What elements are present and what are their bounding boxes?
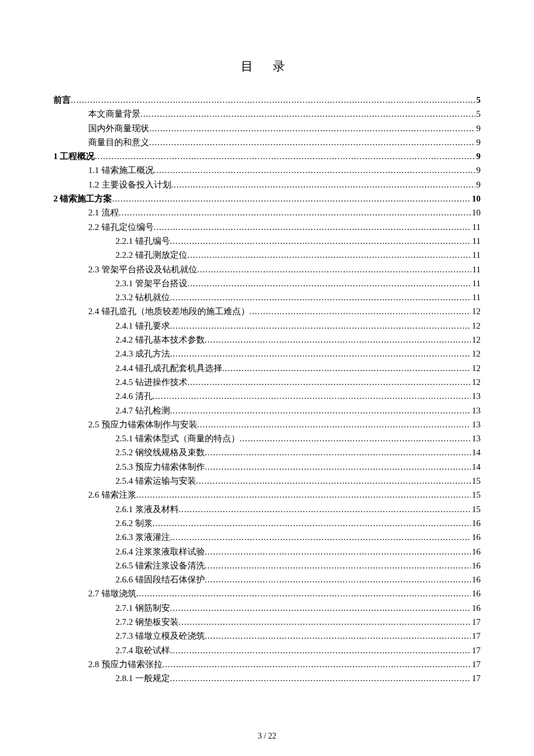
toc-page: 11: [471, 290, 481, 304]
toc-page: 16: [471, 601, 481, 615]
toc-leader: [170, 290, 471, 304]
toc-label: 2.7.2 钢垫板安装: [116, 615, 179, 629]
toc-leader: [171, 178, 475, 192]
toc-label: 本文商量背景: [88, 107, 140, 121]
toc-row: 商量目的和意义9: [53, 135, 481, 149]
toc-row: 2.4.2 锚孔基本技术参数12: [53, 333, 481, 347]
toc-label: 2.4.4 锚孔成孔配套机具选择: [116, 361, 222, 375]
toc-page: 17: [471, 615, 481, 629]
toc-page: 16: [471, 573, 481, 586]
toc-page: 16: [471, 586, 481, 600]
toc-label: 1.1 锚索施工概况: [88, 163, 154, 177]
toc-row: 2.6.3 浆液灌注16: [53, 530, 481, 544]
toc-row: 2.4.7 钻孔检测13: [53, 404, 481, 417]
toc-row: 2.6 锚索注浆15: [53, 488, 481, 502]
toc-page: 9: [475, 121, 481, 135]
toc-leader: [170, 319, 471, 333]
toc-leader: [205, 460, 471, 474]
toc-row: 2.5.2 钢绞线规格及束数14: [53, 445, 481, 459]
toc-label: 2.7 锚墩浇筑: [88, 586, 136, 600]
toc-leader: [170, 643, 471, 657]
toc-page: 13: [471, 404, 481, 417]
toc-container: 前言5本文商量背景5国内外商量现状9商量目的和意义91 工程概况91.1 锚索施…: [53, 93, 481, 685]
toc-page: 13: [471, 389, 481, 403]
toc-label: 2.4.7 钻孔检测: [116, 404, 170, 417]
page-footer: 3 / 22: [53, 732, 481, 741]
toc-page: 11: [471, 248, 481, 262]
toc-row: 2.4.6 清孔13: [53, 389, 481, 403]
toc-page: 15: [471, 488, 481, 502]
toc-row: 2.6.6 锚固段结石体保护16: [53, 573, 481, 586]
toc-leader: [240, 431, 471, 445]
toc-row: 2.6.2 制浆16: [53, 516, 481, 530]
toc-row: 2.6.4 注浆浆液取样试验16: [53, 545, 481, 559]
toc-page: 11: [471, 262, 481, 276]
toc-label: 2.5.4 锚索运输与安装: [116, 474, 196, 488]
toc-row: 2.6.1 浆液及材料15: [53, 502, 481, 516]
toc-label: 2.5.2 钢绞线规格及束数: [116, 445, 205, 459]
toc-label: 2.8.1 一般规定: [116, 671, 170, 685]
toc-label: 2.6.5 锚索注浆设备清洗: [116, 559, 205, 573]
toc-row: 2.4.1 锚孔要求12: [53, 319, 481, 333]
toc-label: 2.7.3 锚墩立模及砼浇筑: [116, 629, 205, 643]
toc-label: 2 锚索施工方案: [53, 192, 112, 206]
toc-leader: [197, 262, 471, 276]
toc-page: 5: [475, 93, 481, 107]
toc-leader: [154, 163, 475, 177]
toc-page: 10: [471, 206, 481, 219]
toc-leader: [170, 347, 471, 361]
toc-leader: [170, 671, 471, 685]
toc-row: 2.5 预应力锚索体制作与安装13: [53, 417, 481, 431]
toc-row: 前言5: [53, 93, 481, 107]
toc-page: 17: [471, 643, 481, 657]
toc-page: 9: [475, 163, 481, 177]
toc-leader: [205, 629, 471, 643]
toc-leader: [71, 93, 475, 107]
toc-leader: [154, 220, 471, 234]
toc-label: 前言: [53, 93, 71, 107]
toc-label: 2.6.2 制浆: [116, 516, 153, 530]
toc-row: 国内外商量现状9: [53, 121, 481, 135]
toc-page: 11: [471, 220, 481, 234]
toc-label: 2.5.1 锚索体型式（商量的特点）: [116, 431, 240, 445]
page-title: 目 录: [53, 58, 481, 74]
toc-leader: [140, 107, 475, 121]
toc-leader: [163, 657, 471, 671]
toc-row: 1.1 锚索施工概况9: [53, 163, 481, 177]
toc-label: 2.5.3 预应力锚索体制作: [116, 460, 205, 474]
toc-label: 2.4.1 锚孔要求: [116, 319, 170, 333]
toc-row: 2.5.3 预应力锚索体制作14: [53, 460, 481, 474]
toc-page: 16: [471, 559, 481, 573]
toc-page: 12: [471, 361, 481, 375]
toc-page: 5: [475, 107, 481, 121]
toc-page: 13: [471, 431, 481, 445]
toc-row: 2.8.1 一般规定17: [53, 671, 481, 685]
toc-row: 2.1 流程10: [53, 206, 481, 219]
toc-leader: [197, 417, 471, 431]
toc-leader: [205, 573, 471, 586]
toc-leader: [153, 389, 471, 403]
toc-label: 2.7.4 取砼试样: [116, 643, 170, 657]
toc-page: 9: [475, 135, 481, 149]
toc-leader: [153, 516, 471, 530]
toc-row: 2.7.4 取砼试样17: [53, 643, 481, 657]
toc-page: 14: [471, 460, 481, 474]
toc-row: 2.3.1 管架平台搭设11: [53, 276, 481, 290]
toc-label: 2.6.4 注浆浆液取样试验: [116, 545, 205, 559]
toc-leader: [205, 333, 471, 347]
toc-page: 9: [475, 178, 481, 192]
toc-page: 12: [471, 319, 481, 333]
toc-page: 15: [471, 502, 481, 516]
toc-label: 2.2 锚孔定位编号: [88, 220, 154, 234]
toc-leader: [179, 615, 471, 629]
toc-page: 16: [471, 516, 481, 530]
toc-page: 12: [471, 304, 481, 318]
toc-leader: [187, 276, 471, 290]
toc-label: 2.2.2 锚孔测放定位: [116, 248, 187, 262]
toc-row: 2.5.4 锚索运输与安装15: [53, 474, 481, 488]
toc-leader: [112, 192, 471, 206]
toc-page: 15: [471, 474, 481, 488]
toc-label: 国内外商量现状: [88, 121, 149, 135]
toc-page: 13: [471, 417, 481, 431]
toc-page: 11: [471, 234, 481, 248]
